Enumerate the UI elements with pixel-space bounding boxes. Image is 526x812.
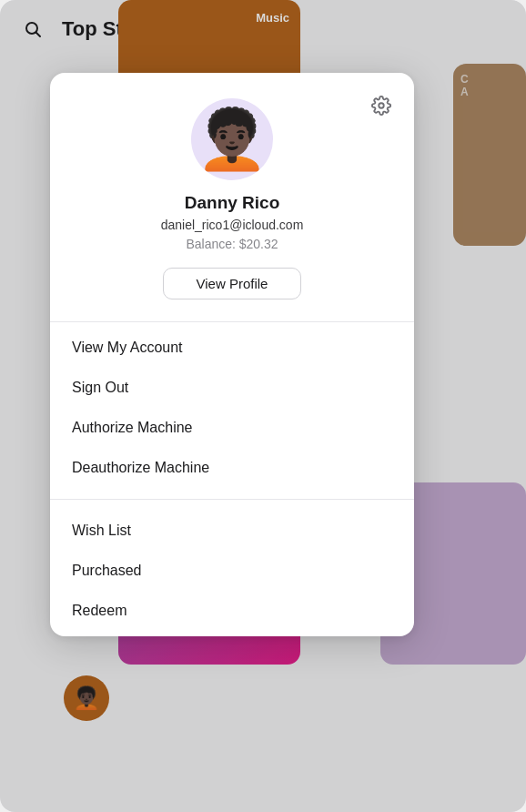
dropdown-panel: 🧑🏿‍🦱 Danny Rico daniel_rico1@icloud.com …: [50, 73, 414, 636]
divider-2: [50, 499, 414, 500]
avatar: 🧑🏿‍🦱: [191, 98, 273, 180]
user-balance: Balance: $20.32: [186, 237, 278, 251]
profile-section: 🧑🏿‍🦱 Danny Rico daniel_rico1@icloud.com …: [50, 73, 414, 321]
menu-item-deauthorize[interactable]: Deauthorize Machine: [50, 448, 414, 488]
menu-item-view-account[interactable]: View My Account: [50, 328, 414, 368]
settings-button[interactable]: [367, 91, 396, 120]
user-name: Danny Rico: [185, 193, 280, 213]
view-profile-button[interactable]: View Profile: [163, 268, 302, 299]
user-email: daniel_rico1@icloud.com: [161, 218, 304, 232]
menu-item-purchased[interactable]: Purchased: [50, 551, 414, 591]
menu-group-2: Wish List Purchased Redeem: [50, 505, 414, 636]
menu-item-redeem[interactable]: Redeem: [50, 591, 414, 631]
menu-item-sign-out[interactable]: Sign Out: [50, 368, 414, 408]
svg-point-2: [379, 103, 384, 108]
menu-item-authorize[interactable]: Authorize Machine: [50, 408, 414, 448]
menu-item-wishlist[interactable]: Wish List: [50, 511, 414, 551]
menu-group-1: View My Account Sign Out Authorize Machi…: [50, 322, 414, 493]
app-container: Top Stations › Music C A Music 🧑🏿‍🦱: [0, 0, 526, 812]
gear-icon: [371, 96, 391, 116]
avatar-emoji: 🧑🏿‍🦱: [196, 110, 268, 168]
